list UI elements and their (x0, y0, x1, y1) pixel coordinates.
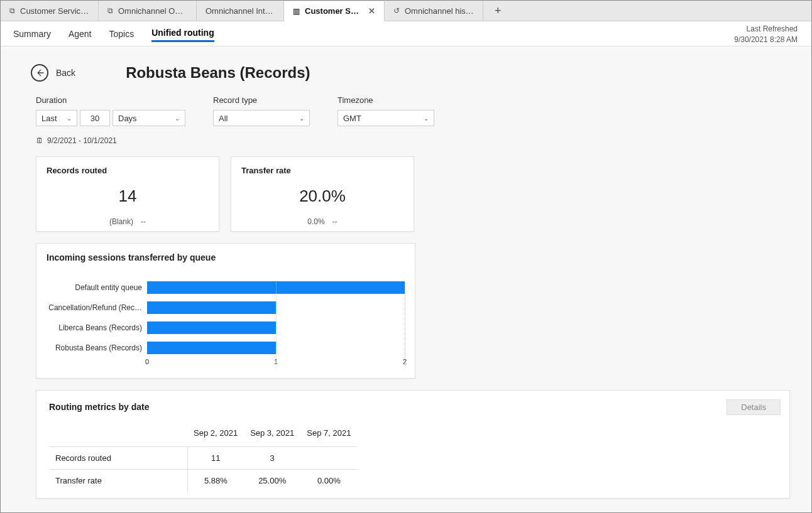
bar-label: Cancellation/Refund (Rec… (47, 303, 147, 312)
metrics-table: Sep 2, 2021Sep 3, 2021Sep 7, 2021Records… (49, 424, 357, 492)
bar (147, 321, 276, 334)
tab-cs-historical[interactable]: ▥Customer Service historic…✕ (284, 1, 385, 21)
arrow-left-icon (35, 68, 44, 77)
tab-label: Omnichannel Intraday… (206, 6, 275, 16)
subnav-summary[interactable]: Summary (13, 26, 51, 41)
date-range: 🗓 9/2/2021 - 10/1/2021 (1, 130, 811, 156)
table-title: Routing metrics by date (49, 402, 777, 412)
last-refreshed-value: 9/30/2021 8:28 AM (734, 35, 798, 45)
tab-omni-intraday[interactable]: Omnichannel Intraday… (197, 1, 284, 21)
bar-label: Default entity queue (47, 283, 147, 292)
date-range-text: 9/2/2021 - 10/1/2021 (47, 136, 117, 145)
subnav-unified-routing[interactable]: Unified routing (151, 25, 214, 42)
duration-count-input[interactable]: 30 (80, 110, 110, 126)
bar (147, 342, 276, 354)
chevron-down-icon: ⌄ (424, 115, 429, 122)
chevron-down-icon: ⌄ (67, 115, 72, 122)
tab-new[interactable]: + (483, 1, 513, 21)
filter-duration-label: Duration (36, 95, 185, 105)
card-subtext: 0.0%-- (241, 217, 403, 226)
table-header (49, 424, 187, 447)
top-tabbar: ⧉Customer Service A… ⧉Omnichannel Ong… O… (1, 1, 811, 21)
bar-label: Liberca Beans (Records) (47, 323, 147, 332)
record-type-select[interactable]: All⌄ (213, 110, 310, 126)
duration-period-select[interactable]: Last⌄ (36, 110, 77, 126)
app-icon: ⧉ (9, 6, 15, 15)
cell: 5.88% (187, 470, 244, 492)
page-header: Back Robusta Beans (Records) (1, 46, 811, 95)
select-value: Last (41, 114, 57, 123)
tab-label: Omnichannel histo… (405, 6, 474, 16)
subnav-agent[interactable]: Agent (69, 26, 92, 41)
chevron-down-icon: ⌄ (299, 115, 304, 122)
tab-cs-app[interactable]: ⧉Customer Service A… (1, 1, 99, 21)
app-icon: ⧉ (107, 6, 113, 15)
table-header: Sep 2, 2021 (187, 424, 244, 447)
table-row: Records routed113 (49, 447, 357, 470)
last-refreshed-label: Last Refreshed (734, 24, 798, 35)
cell: 3 (244, 447, 300, 470)
chart-title: Incoming sessions transferred by queue (47, 252, 405, 262)
card-records-routed: Records routed 14 (Blank)-- (36, 156, 219, 232)
bar-chart: Default entity queueCancellation/Refund … (47, 281, 405, 354)
last-refreshed: Last Refreshed 9/30/2021 8:28 AM (734, 24, 798, 45)
card-title: Transfer rate (241, 166, 403, 175)
row-label: Transfer rate (49, 470, 187, 492)
tab-label: Customer Service A… (20, 6, 89, 16)
table-header: Sep 3, 2021 (244, 424, 300, 447)
chevron-down-icon: ⌄ (175, 115, 180, 122)
filter-record-type-label: Record type (213, 95, 310, 105)
calendar-icon: 🗓 (36, 136, 43, 145)
card-routing-metrics: Routing metrics by date Details Sep 2, 2… (36, 390, 790, 499)
cell: 25.00% (244, 470, 300, 492)
tab-label: Customer Service historic… (305, 6, 362, 16)
filter-row: Duration Last⌄ 30 Days⌄ Record type All⌄… (1, 95, 811, 130)
tab-label: Omnichannel Ong… (118, 6, 187, 16)
card-value: 20.0% (241, 186, 403, 206)
select-value: GMT (343, 114, 361, 123)
card-value: 14 (47, 186, 209, 206)
plus-icon: + (495, 4, 502, 18)
table-row: Transfer rate5.88%25.00%0.00% (49, 470, 357, 492)
table-header: Sep 7, 2021 (300, 424, 357, 447)
card-title: Records routed (47, 166, 209, 175)
select-value: 30 (91, 114, 99, 123)
chart-icon: ▥ (293, 7, 300, 16)
back-label: Back (56, 68, 75, 78)
back-button[interactable] (31, 64, 48, 82)
sub-nav: Summary Agent Topics Unified routing Las… (1, 21, 811, 46)
close-icon[interactable]: ✕ (368, 6, 375, 16)
card-transfer-rate: Transfer rate 20.0% 0.0%-- (231, 156, 414, 232)
cell: 11 (187, 447, 244, 470)
x-axis: 012 (147, 358, 405, 368)
bar-label: Robusta Beans (Records) (47, 343, 147, 352)
details-button[interactable]: Details (727, 399, 781, 415)
subnav-topics[interactable]: Topics (109, 26, 134, 41)
select-value: Days (118, 114, 137, 123)
cell (300, 447, 357, 470)
x-tick: 0 (145, 358, 149, 365)
history-icon: ↺ (393, 6, 400, 15)
page-title: Robusta Beans (Records) (126, 64, 310, 82)
timezone-select[interactable]: GMT⌄ (337, 110, 434, 126)
duration-unit-select[interactable]: Days⌄ (112, 110, 185, 126)
tab-omni-ongoing[interactable]: ⧉Omnichannel Ong… (99, 1, 197, 21)
card-queue-chart: Incoming sessions transferred by queue D… (36, 243, 415, 379)
bar (147, 301, 276, 314)
cell: 0.00% (300, 470, 357, 492)
card-subtext: (Blank)-- (47, 217, 209, 226)
row-label: Records routed (49, 447, 187, 470)
tab-omni-historical[interactable]: ↺Omnichannel histo… (385, 1, 483, 21)
select-value: All (219, 114, 228, 123)
filter-timezone-label: Timezone (337, 95, 434, 105)
